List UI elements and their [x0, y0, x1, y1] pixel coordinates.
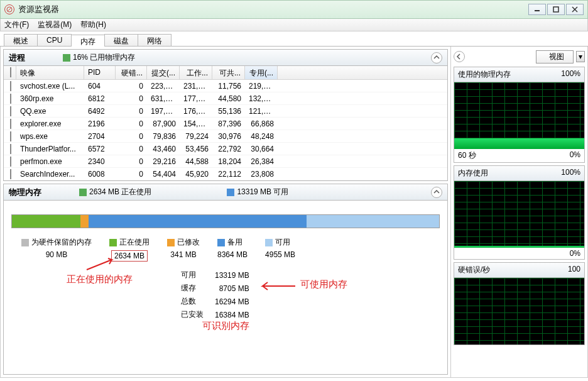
lgd-reserved: 为硬件保留的内存 — [31, 237, 92, 248]
menu-help[interactable]: 帮助(H) — [80, 19, 106, 30]
annotation-usable: 可使用内存 — [300, 279, 347, 290]
tab-memory[interactable]: 内存 — [71, 35, 105, 47]
arrow-icon — [85, 257, 117, 272]
row-checkbox[interactable] — [10, 144, 11, 154]
graph-memusage: 内存使用100% 0% — [454, 165, 585, 260]
tab-overview[interactable]: 概述 — [4, 34, 38, 46]
process-columns: 映像 PID 硬错... 提交(... 工作... 可共... 专用(... — [4, 66, 447, 80]
memory-bar — [11, 214, 440, 228]
col-commit[interactable]: 提交(... — [147, 66, 180, 79]
tab-bar: 概述 CPU 内存 磁盘 网络 — [0, 31, 588, 47]
row-checkbox[interactable] — [10, 157, 11, 167]
avail-color-icon — [227, 189, 234, 196]
col-image[interactable]: 映像 — [16, 66, 84, 79]
row-checkbox[interactable] — [10, 94, 11, 104]
table-row[interactable]: SearchIndexer...6008054,40445,92022,1122… — [4, 168, 447, 180]
val-reserved: 90 MB — [21, 250, 92, 259]
table-row[interactable]: QQ.exe64920197,8...176,9...55,136121,7..… — [4, 105, 447, 118]
title-bar: 资源监视器 — [0, 0, 588, 19]
close-button[interactable] — [566, 4, 584, 15]
memory-info: 可用13319 MB 缓存8705 MB 总数16294 MB 已安装16384… — [175, 268, 256, 322]
svg-rect-3 — [553, 7, 558, 12]
row-checkbox[interactable] — [10, 106, 11, 116]
seg-inuse — [12, 215, 80, 228]
val-standby: 8364 MB — [217, 250, 248, 259]
processes-panel: 进程 16% 已用物理内存 映像 PID 硬错... 提交(... 工作... … — [3, 49, 448, 181]
seg-free — [307, 215, 439, 228]
val-free: 4955 MB — [265, 250, 295, 259]
physmem-stat2: 13319 MB 可用 — [237, 187, 288, 197]
graph-hardfaults: 硬错误/秒100 — [454, 262, 585, 345]
processes-stat: 16% 已用物理内存 — [73, 52, 135, 63]
row-checkbox[interactable] — [10, 119, 11, 129]
view-dropdown[interactable]: ▾ — [576, 51, 585, 62]
minimize-button[interactable] — [528, 4, 546, 15]
menu-monitor[interactable]: 监视器(M) — [38, 19, 72, 30]
row-checkbox[interactable] — [10, 131, 11, 141]
tab-disk[interactable]: 磁盘 — [104, 34, 138, 46]
col-hard[interactable]: 硬错... — [116, 66, 147, 79]
view-button[interactable]: 视图 — [536, 50, 574, 64]
collapse-button[interactable] — [431, 187, 442, 198]
table-row[interactable]: ThunderPlatfor...6572043,46053,45622,792… — [4, 143, 447, 155]
physmem-title: 物理内存 — [9, 187, 41, 198]
arrow-icon — [259, 281, 297, 291]
inuse-color-icon — [79, 189, 87, 196]
table-row[interactable]: explorer.exe2196087,900154,2...87,39666,… — [4, 118, 447, 130]
menu-file[interactable]: 文件(F) — [4, 19, 29, 30]
table-row[interactable]: perfmon.exe2340029,21644,58818,20426,384 — [4, 155, 447, 168]
maximize-button[interactable] — [547, 4, 565, 15]
usage-color-icon — [63, 54, 70, 62]
annotation-inuse: 正在使用的内存 — [67, 273, 133, 285]
seg-standby — [89, 215, 307, 228]
collapse-right-button[interactable] — [454, 51, 465, 62]
table-row[interactable]: svchost.exe (L...6040223,2...231,0...11,… — [4, 80, 447, 92]
graph-physmem: 使用的物理内存100% 60 秒0% — [454, 67, 585, 163]
row-checkbox[interactable] — [10, 169, 11, 179]
lgd-modified: 已修改 — [177, 237, 200, 248]
physical-memory-panel: 物理内存 2634 MB 正在使用 13319 MB 可用 为硬件保留的内存90… — [3, 184, 448, 375]
table-row[interactable]: 360rp.exe68120631,2...177,4...44,580132,… — [4, 92, 447, 105]
tab-cpu[interactable]: CPU — [37, 34, 72, 46]
svg-line-1 — [8, 8, 11, 11]
menu-bar: 文件(F) 监视器(M) 帮助(H) — [0, 19, 588, 31]
lgd-standby: 备用 — [227, 237, 242, 248]
processes-title: 进程 — [9, 52, 25, 64]
collapse-button[interactable] — [431, 52, 442, 64]
col-pid[interactable]: PID — [84, 66, 116, 79]
val-modified: 341 MB — [167, 250, 200, 259]
window-title: 资源监视器 — [18, 4, 59, 15]
app-icon — [4, 4, 14, 14]
seg-modified — [80, 215, 89, 228]
select-all-checkbox[interactable] — [10, 67, 11, 77]
col-work[interactable]: 工作... — [180, 66, 212, 79]
physmem-stat1: 2634 MB 正在使用 — [89, 187, 151, 197]
lgd-free: 可用 — [275, 237, 290, 248]
annotation-recognized: 可识别内存 — [202, 320, 249, 332]
col-private[interactable]: 专用(... — [245, 66, 278, 79]
row-checkbox[interactable] — [10, 81, 11, 91]
table-row[interactable]: wps.exe2704079,83679,22430,97648,248 — [4, 130, 447, 143]
lgd-inuse: 正在使用 — [119, 237, 150, 248]
col-share[interactable]: 可共... — [212, 66, 245, 79]
tab-network[interactable]: 网络 — [138, 34, 172, 46]
